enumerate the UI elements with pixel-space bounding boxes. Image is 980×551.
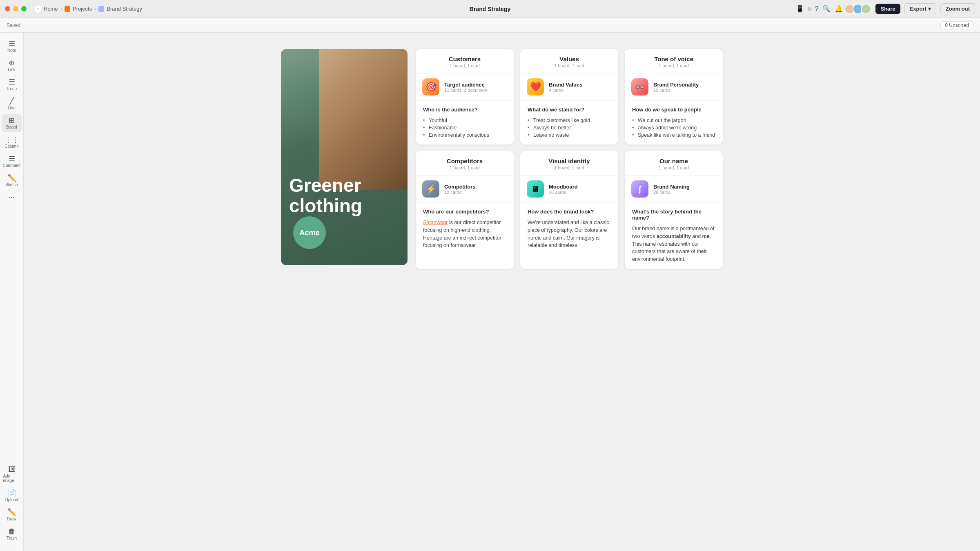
sidebar-item-note[interactable]: ☰ Note — [2, 38, 22, 55]
bullet-item: Leave no waste — [528, 131, 611, 139]
unsorted-badge[interactable]: 0 Unsorted — [940, 21, 973, 29]
vi-board-info: Moodboard 16 cards — [549, 184, 578, 195]
moodboard-name: Moodboard — [549, 184, 578, 190]
sidebar-item-todo[interactable]: ☰ To-do — [2, 76, 22, 93]
notification-count: 0 — [808, 6, 811, 12]
sidebar-label-upload: Upload — [5, 498, 18, 502]
sidebar-item-upload[interactable]: 📄 Upload — [2, 487, 22, 504]
vi-meta: 1 board, 1 card — [528, 165, 611, 170]
breadcrumb-sep-2: › — [94, 6, 96, 12]
maximize-button[interactable] — [21, 6, 27, 11]
our-name-question: What's the story behind the name? — [632, 209, 715, 221]
sidebar-item-line[interactable]: ╱ Line — [2, 95, 22, 113]
section-name-header: Our name 1 board, 1 card — [625, 151, 723, 176]
sidebar-label-link: Link — [8, 67, 15, 72]
sidebar-item-comment[interactable]: ☰ Comment — [2, 153, 22, 170]
section-customers-header: Customers 1 board, 1 card — [416, 49, 514, 73]
customers-board-info: Target audience 11 cards, 1 document — [444, 82, 488, 93]
competitors-body: Who are our competitors? Smartwear is ou… — [416, 203, 514, 255]
title-bar: ⌂ Home › Projects › Brand Strategy Brand… — [0, 0, 980, 18]
customers-board-item[interactable]: 🎯 Target audience 11 cards, 1 document — [416, 73, 514, 101]
vi-question: How does the brand look? — [528, 209, 611, 215]
brand-personality-name: Brand Personality — [653, 82, 699, 88]
bullet-item: Environmentally conscious — [423, 131, 506, 139]
bullet-item: We cut out the jargon — [632, 117, 715, 124]
competitors-title: Competitors — [423, 158, 506, 164]
help-icon[interactable]: ? — [815, 5, 819, 13]
tov-board-item[interactable]: 👓 Brand Personality 10 cards — [625, 73, 723, 101]
bullet-item: Treat customers like gold — [528, 117, 611, 124]
title-bar-right: 📱 0 ? 🔍 🔔 Share Export ▾ Zoom out — [796, 3, 975, 14]
our-name-title: Our name — [632, 158, 715, 164]
share-button[interactable]: Share — [875, 4, 900, 14]
upload-icon: 📄 — [7, 489, 16, 497]
sidebar-label-draw: Draw — [7, 517, 16, 521]
moodboard-cards: 16 cards — [549, 190, 578, 195]
values-body: What do we stand for? Treat customers li… — [520, 101, 618, 144]
bold-me: me — [702, 233, 710, 239]
vi-title: Visual identity — [528, 158, 611, 164]
toolbar-row: Saved 0 Unsorted — [0, 18, 980, 33]
projects-icon — [65, 6, 70, 12]
section-tone-of-voice: Tone of voice 1 board, 1 card 👓 Brand Pe… — [625, 49, 723, 144]
values-title: Values — [528, 56, 611, 62]
breadcrumb-projects[interactable]: Projects — [73, 6, 92, 12]
sidebar-item-link[interactable]: ⊕ Link — [2, 57, 22, 74]
zoom-button[interactable]: Zoom out — [940, 3, 975, 14]
our-name-board-item[interactable]: ∫ Brand Naming 26 cards — [625, 176, 723, 203]
sidebar-item-draw[interactable]: ✏️ Draw — [2, 506, 22, 524]
cover-logo: Acme — [293, 216, 326, 249]
our-name-meta: 1 board, 1 card — [632, 165, 715, 170]
sidebar-item-sketch[interactable]: ✏️ Sketch — [2, 172, 22, 189]
sidebar-item-trash[interactable]: 🗑 Trash — [2, 525, 22, 543]
comment-icon: ☰ — [9, 155, 15, 162]
values-question: What do we stand for? — [528, 107, 611, 113]
smartwear-link[interactable]: Smartwear — [423, 220, 448, 225]
tov-body: How do we speak to people We cut out the… — [625, 101, 723, 144]
sidebar-label-add-image: Add image — [3, 474, 20, 483]
draw-icon: ✏️ — [7, 509, 16, 516]
target-audience-icon: 🎯 — [422, 78, 439, 96]
brand-personality-cards: 10 cards — [653, 88, 699, 93]
sidebar-item-more[interactable]: ··· — [2, 191, 22, 203]
competitors-board-icon: ⚡ — [422, 180, 439, 198]
sidebar-item-board[interactable]: ⊞ Board — [2, 114, 22, 132]
bullet-item: Fashionable — [423, 124, 506, 131]
close-button[interactable] — [5, 6, 10, 11]
minimize-button[interactable] — [13, 6, 18, 11]
canvas: Greener clothing Acme Customers 1 board,… — [24, 33, 980, 551]
section-our-name: Our name 1 board, 1 card ∫ Brand Naming … — [625, 151, 723, 269]
export-button[interactable]: Export ▾ — [904, 3, 936, 14]
section-customers: Customers 1 board, 1 card 🎯 Target audie… — [416, 49, 514, 144]
competitors-text: Smartwear is our direct competitor focus… — [423, 219, 506, 249]
sidebar-item-add-image[interactable]: 🖼 Add image — [2, 463, 22, 485]
tov-question: How do we speak to people — [632, 107, 715, 113]
saved-label: Saved — [7, 22, 20, 28]
add-image-icon: 🖼 — [8, 466, 16, 473]
breadcrumb-home[interactable]: Home — [44, 6, 58, 12]
our-name-body: What's the story behind the name? Our br… — [625, 203, 723, 269]
values-board-item[interactable]: ❤️ Brand Values 4 cards — [520, 73, 618, 101]
competitors-board-item[interactable]: ⚡ Competitors 12 cards — [416, 176, 514, 203]
column-icon: ⋮⋮ — [4, 136, 19, 143]
breadcrumb: ⌂ Home › Projects › Brand Strategy — [35, 6, 142, 12]
sidebar-label-board: Board — [6, 125, 17, 129]
cover-image — [319, 49, 408, 190]
search-icon[interactable]: 🔍 — [822, 5, 831, 13]
more-icon: ··· — [9, 193, 15, 201]
values-bullets: Treat customers like gold Always be bett… — [528, 117, 611, 139]
sidebar-item-column[interactable]: ⋮⋮ Column — [2, 133, 22, 151]
brand-values-cards: 4 cards — [549, 88, 582, 93]
vi-board-item[interactable]: 🖥 Moodboard 16 cards — [520, 176, 618, 203]
sidebar: ☰ Note ⊕ Link ☰ To-do ╱ Line ⊞ Board ⋮⋮ … — [0, 33, 24, 551]
breadcrumb-current[interactable]: Brand Strategy — [107, 6, 142, 12]
brand-personality-icon: 👓 — [631, 78, 648, 96]
sidebar-label-note: Note — [7, 48, 16, 53]
our-name-board-info: Brand Naming 26 cards — [653, 184, 690, 195]
section-competitors-header: Competitors 1 board, 1 card — [416, 151, 514, 176]
section-values-header: Values 1 board, 1 card — [520, 49, 618, 73]
tov-bullets: We cut out the jargon Always admit we're… — [632, 117, 715, 139]
bell-icon[interactable]: 🔔 — [835, 5, 843, 13]
competitors-board-cards: 12 cards — [444, 190, 476, 195]
app-body: ☰ Note ⊕ Link ☰ To-do ╱ Line ⊞ Board ⋮⋮ … — [0, 33, 980, 551]
